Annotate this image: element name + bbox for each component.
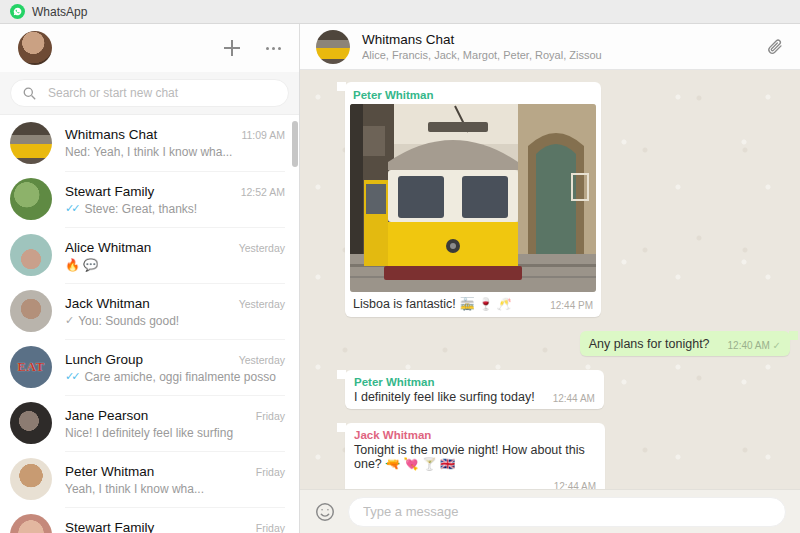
- app-title: WhatsApp: [32, 5, 87, 19]
- chat-name: Jane Pearson: [65, 408, 148, 423]
- message-outgoing-plans[interactable]: Any plans for tonight? 12:40 AM ✓: [580, 331, 790, 356]
- message-sender: Peter Whitman: [354, 376, 595, 388]
- emoji-smiley-icon[interactable]: [314, 501, 336, 523]
- chat-avatar-stewart: [10, 514, 52, 533]
- chat-time: Friday: [256, 466, 285, 478]
- chat-time: Yesterday: [239, 298, 285, 310]
- message-sender: Jack Whitman: [354, 429, 596, 441]
- message-time: 12:44 AM: [545, 393, 595, 404]
- whatsapp-logo-icon: [10, 4, 25, 19]
- message-peter-surfing[interactable]: Peter Whitman I definitely feel like sur…: [345, 370, 604, 409]
- window-titlebar: WhatsApp: [0, 0, 800, 24]
- chat-avatar-peter: [10, 458, 52, 500]
- chat-name: Jack Whitman: [65, 296, 150, 311]
- message-time: 12:40 AM: [728, 340, 770, 351]
- chat-name: Alice Whitman: [65, 240, 151, 255]
- sent-tick-icon: ✓: [773, 340, 781, 351]
- search-input[interactable]: [48, 86, 276, 100]
- menu-dots-icon[interactable]: [266, 43, 281, 54]
- chat-row-lunch-group[interactable]: EAT Lunch Group Yesterday ✓✓ Care amiche…: [0, 339, 299, 395]
- chat-name: Stewart Family: [65, 184, 154, 199]
- message-text: I definitely feel like surfing today!: [354, 390, 535, 404]
- read-receipt-icon: ✓✓: [65, 370, 80, 383]
- search-strip: [0, 72, 299, 115]
- chat-name: Peter Whitman: [65, 464, 154, 479]
- chat-preview: 🔥 💬: [65, 258, 285, 272]
- chat-time: Yesterday: [239, 242, 285, 254]
- composer-bar: [300, 489, 800, 533]
- caption-emojis: 🚋 🍷 🥂: [460, 297, 512, 311]
- search-box[interactable]: [10, 79, 289, 107]
- message-input-box[interactable]: [348, 497, 786, 527]
- search-icon: [23, 87, 36, 100]
- chat-time: Yesterday: [239, 354, 285, 366]
- chat-time: 12:52 AM: [241, 186, 285, 198]
- chat-preview: Yeah, I think I know wha...: [65, 482, 285, 496]
- conversation-avatar-tram: [316, 30, 350, 64]
- sidebar-scrollbar[interactable]: [292, 121, 298, 167]
- message-photo-peter[interactable]: Peter Whitman: [345, 82, 601, 317]
- chat-time: 11:09 AM: [241, 129, 285, 141]
- chat-list: Whitmans Chat 11:09 AM Ned: Yeah, I thin…: [0, 115, 299, 533]
- chat-row-alice-whitman[interactable]: Alice Whitman Yesterday 🔥 💬: [0, 227, 299, 283]
- chat-avatar-alice: [10, 234, 52, 276]
- conversation-panel: Whitmans Chat Alice, Francis, Jack, Marg…: [300, 24, 800, 533]
- tram-photo[interactable]: [350, 104, 596, 292]
- chat-preview: ✓✓ Care amiche, oggi finalmente posso: [65, 370, 285, 384]
- message-jack-movie-night[interactable]: Jack Whitman Tonight is the movie night!…: [345, 423, 605, 489]
- message-time: 12:44 PM: [550, 300, 593, 311]
- chat-time: Friday: [256, 410, 285, 422]
- chat-preview: Ned: Yeah, I think I know wha...: [65, 145, 285, 159]
- message-input[interactable]: [363, 504, 771, 519]
- conversation-title: Whitmans Chat: [362, 32, 602, 47]
- message-text: Any plans for tonight?: [589, 337, 710, 351]
- chat-avatar-jack: [10, 290, 52, 332]
- chat-row-whitmans-chat[interactable]: Whitmans Chat 11:09 AM Ned: Yeah, I thin…: [0, 115, 299, 171]
- conversation-participants: Alice, Francis, Jack, Margot, Peter, Roy…: [362, 49, 602, 61]
- attach-paperclip-icon[interactable]: [766, 38, 784, 56]
- chat-preview: ✓✓ Steve: Great, thanks!: [65, 202, 285, 216]
- sidebar: Whitmans Chat 11:09 AM Ned: Yeah, I thin…: [0, 24, 300, 533]
- chat-preview: ✓ You: Sounds good!: [65, 314, 285, 328]
- sidebar-header: [0, 24, 299, 72]
- chat-preview: Nice! I definitely feel like surfing: [65, 426, 285, 440]
- message-sender: Peter Whitman: [350, 87, 596, 104]
- chat-row-jane-pearson[interactable]: Jane Pearson Friday Nice! I definitely f…: [0, 395, 299, 451]
- message-scroll-area[interactable]: Peter Whitman: [300, 70, 800, 489]
- chat-time: Friday: [256, 522, 285, 533]
- chat-avatar-tram: [10, 122, 52, 164]
- sidebar-actions: [224, 40, 281, 56]
- chat-row-jack-whitman[interactable]: Jack Whitman Yesterday ✓ You: Sounds goo…: [0, 283, 299, 339]
- chat-avatar-plants: [10, 178, 52, 220]
- new-chat-plus-icon[interactable]: [224, 40, 240, 56]
- read-receipt-icon: ✓✓: [65, 202, 80, 215]
- message-caption: Lisboa is fantastic!: [353, 297, 456, 311]
- chat-avatar-jane: [10, 402, 52, 444]
- sent-tick-icon: ✓: [65, 314, 74, 327]
- whatsapp-window: Whitmans Chat 11:09 AM Ned: Yeah, I thin…: [0, 24, 800, 533]
- chat-row-stewart-family[interactable]: Stewart Family 12:52 AM ✓✓ Steve: Great,…: [0, 171, 299, 227]
- chat-row-peter-whitman[interactable]: Peter Whitman Friday Yeah, I think I kno…: [0, 451, 299, 507]
- message-emojis: 🔫 💘 🍸 🇬🇧: [385, 457, 455, 471]
- chat-avatar-eat-sign: EAT: [10, 346, 52, 388]
- chat-name: Whitmans Chat: [65, 127, 157, 142]
- message-time: 12:44 AM: [546, 481, 596, 489]
- chat-row-stewart-family-2[interactable]: Stewart Family Friday Steve: Great, than…: [0, 507, 299, 533]
- my-profile-avatar[interactable]: [18, 31, 52, 65]
- chat-name: Stewart Family: [65, 520, 154, 533]
- conversation-header[interactable]: Whitmans Chat Alice, Francis, Jack, Marg…: [300, 24, 800, 70]
- chat-name: Lunch Group: [65, 352, 143, 367]
